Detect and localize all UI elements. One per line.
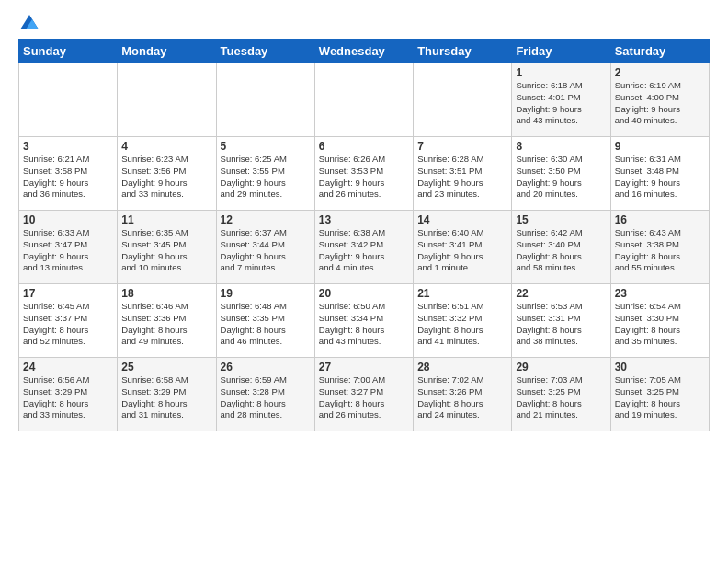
- day-number: 4: [121, 140, 211, 153]
- day-info: Sunrise: 6:42 AM Sunset: 3:40 PM Dayligh…: [516, 227, 606, 274]
- day-number: 22: [516, 287, 606, 300]
- weekday-wednesday: Wednesday: [314, 40, 413, 63]
- day-number: 30: [615, 361, 705, 373]
- calendar-cell: 17Sunrise: 6:45 AM Sunset: 3:37 PM Dayli…: [19, 284, 118, 358]
- day-info: Sunrise: 6:25 AM Sunset: 3:55 PM Dayligh…: [221, 154, 311, 201]
- calendar-cell: 7Sunrise: 6:28 AM Sunset: 3:51 PM Daylig…: [414, 137, 512, 211]
- calendar-cell: 11Sunrise: 6:35 AM Sunset: 3:45 PM Dayli…: [118, 211, 216, 284]
- calendar-cell: 9Sunrise: 6:31 AM Sunset: 3:48 PM Daylig…: [610, 137, 709, 211]
- weekday-friday: Friday: [512, 40, 610, 63]
- day-info: Sunrise: 7:03 AM Sunset: 3:25 PM Dayligh…: [516, 374, 606, 421]
- weekday-thursday: Thursday: [414, 40, 512, 63]
- calendar-cell: 20Sunrise: 6:50 AM Sunset: 3:34 PM Dayli…: [314, 284, 413, 358]
- day-number: 5: [221, 140, 311, 153]
- calendar-cell: 3Sunrise: 6:21 AM Sunset: 3:58 PM Daylig…: [19, 137, 118, 211]
- day-info: Sunrise: 6:21 AM Sunset: 3:58 PM Dayligh…: [23, 154, 113, 201]
- calendar-cell: 1Sunrise: 6:18 AM Sunset: 4:01 PM Daylig…: [512, 63, 610, 137]
- day-info: Sunrise: 6:53 AM Sunset: 3:31 PM Dayligh…: [516, 301, 606, 348]
- day-number: 19: [221, 287, 311, 300]
- weekday-tuesday: Tuesday: [216, 40, 314, 63]
- day-number: 10: [23, 213, 113, 226]
- weekday-header-row: SundayMondayTuesdayWednesdayThursdayFrid…: [19, 40, 710, 63]
- day-info: Sunrise: 6:43 AM Sunset: 3:38 PM Dayligh…: [615, 227, 705, 274]
- day-number: 6: [319, 140, 409, 153]
- day-number: 11: [121, 213, 211, 226]
- calendar-cell: 27Sunrise: 7:00 AM Sunset: 3:27 PM Dayli…: [314, 358, 413, 431]
- day-number: 25: [121, 361, 211, 373]
- day-number: 23: [615, 287, 705, 300]
- day-number: 8: [516, 140, 606, 153]
- calendar-cell: 22Sunrise: 6:53 AM Sunset: 3:31 PM Dayli…: [512, 284, 610, 358]
- weekday-sunday: Sunday: [19, 40, 118, 63]
- day-info: Sunrise: 6:58 AM Sunset: 3:29 PM Dayligh…: [121, 374, 211, 421]
- calendar-cell: 24Sunrise: 6:56 AM Sunset: 3:29 PM Dayli…: [19, 358, 118, 431]
- day-info: Sunrise: 6:46 AM Sunset: 3:36 PM Dayligh…: [121, 301, 211, 348]
- day-info: Sunrise: 6:31 AM Sunset: 3:48 PM Dayligh…: [615, 154, 705, 201]
- day-info: Sunrise: 6:50 AM Sunset: 3:34 PM Dayligh…: [319, 301, 409, 348]
- day-number: 2: [615, 66, 705, 79]
- calendar-cell: [118, 63, 216, 137]
- page: SundayMondayTuesdayWednesdayThursdayFrid…: [0, 0, 728, 563]
- day-info: Sunrise: 6:59 AM Sunset: 3:28 PM Dayligh…: [221, 374, 311, 421]
- day-info: Sunrise: 6:48 AM Sunset: 3:35 PM Dayligh…: [221, 301, 311, 348]
- day-info: Sunrise: 7:02 AM Sunset: 3:26 PM Dayligh…: [417, 374, 507, 421]
- weekday-monday: Monday: [118, 40, 216, 63]
- calendar-cell: 18Sunrise: 6:46 AM Sunset: 3:36 PM Dayli…: [118, 284, 216, 358]
- calendar-cell: 30Sunrise: 7:05 AM Sunset: 3:25 PM Dayli…: [610, 358, 709, 431]
- day-number: 9: [615, 140, 705, 153]
- day-info: Sunrise: 6:51 AM Sunset: 3:32 PM Dayligh…: [417, 301, 507, 348]
- day-number: 27: [319, 361, 409, 373]
- calendar-cell: 28Sunrise: 7:02 AM Sunset: 3:26 PM Dayli…: [414, 358, 512, 431]
- day-number: 26: [221, 361, 311, 373]
- day-number: 7: [417, 140, 507, 153]
- day-number: 1: [516, 66, 606, 79]
- calendar-cell: 15Sunrise: 6:42 AM Sunset: 3:40 PM Dayli…: [512, 211, 610, 284]
- calendar-cell: 8Sunrise: 6:30 AM Sunset: 3:50 PM Daylig…: [512, 137, 610, 211]
- week-row-2: 10Sunrise: 6:33 AM Sunset: 3:47 PM Dayli…: [19, 211, 710, 284]
- day-number: 24: [23, 361, 113, 373]
- day-info: Sunrise: 6:35 AM Sunset: 3:45 PM Dayligh…: [121, 227, 211, 274]
- calendar-cell: 29Sunrise: 7:03 AM Sunset: 3:25 PM Dayli…: [512, 358, 610, 431]
- day-info: Sunrise: 7:05 AM Sunset: 3:25 PM Dayligh…: [615, 374, 705, 421]
- calendar-cell: 5Sunrise: 6:25 AM Sunset: 3:55 PM Daylig…: [216, 137, 314, 211]
- day-info: Sunrise: 6:40 AM Sunset: 3:41 PM Dayligh…: [417, 227, 507, 274]
- day-number: 15: [516, 213, 606, 226]
- day-info: Sunrise: 6:18 AM Sunset: 4:01 PM Dayligh…: [516, 80, 606, 127]
- calendar-cell: 14Sunrise: 6:40 AM Sunset: 3:41 PM Dayli…: [414, 211, 512, 284]
- day-number: 28: [417, 361, 507, 373]
- calendar-cell: 12Sunrise: 6:37 AM Sunset: 3:44 PM Dayli…: [216, 211, 314, 284]
- day-info: Sunrise: 6:19 AM Sunset: 4:00 PM Dayligh…: [615, 80, 705, 127]
- day-info: Sunrise: 6:26 AM Sunset: 3:53 PM Dayligh…: [319, 154, 409, 201]
- day-number: 16: [615, 213, 705, 226]
- calendar-cell: 13Sunrise: 6:38 AM Sunset: 3:42 PM Dayli…: [314, 211, 413, 284]
- day-number: 21: [417, 287, 507, 300]
- calendar-cell: [216, 63, 314, 137]
- day-number: 14: [417, 213, 507, 226]
- day-info: Sunrise: 6:33 AM Sunset: 3:47 PM Dayligh…: [23, 227, 113, 274]
- calendar-cell: 23Sunrise: 6:54 AM Sunset: 3:30 PM Dayli…: [610, 284, 709, 358]
- calendar-cell: 16Sunrise: 6:43 AM Sunset: 3:38 PM Dayli…: [610, 211, 709, 284]
- calendar-cell: 6Sunrise: 6:26 AM Sunset: 3:53 PM Daylig…: [314, 137, 413, 211]
- day-number: 17: [23, 287, 113, 300]
- logo-text: [18, 15, 39, 29]
- day-number: 29: [516, 361, 606, 373]
- day-info: Sunrise: 6:38 AM Sunset: 3:42 PM Dayligh…: [319, 227, 409, 274]
- calendar-cell: [414, 63, 512, 137]
- calendar-cell: 26Sunrise: 6:59 AM Sunset: 3:28 PM Dayli…: [216, 358, 314, 431]
- calendar-cell: [314, 63, 413, 137]
- header: [18, 15, 710, 29]
- day-info: Sunrise: 6:56 AM Sunset: 3:29 PM Dayligh…: [23, 374, 113, 421]
- calendar-cell: 2Sunrise: 6:19 AM Sunset: 4:00 PM Daylig…: [610, 63, 709, 137]
- calendar-cell: 4Sunrise: 6:23 AM Sunset: 3:56 PM Daylig…: [118, 137, 216, 211]
- day-number: 3: [23, 140, 113, 153]
- logo-icon: [20, 15, 39, 29]
- day-number: 13: [319, 213, 409, 226]
- calendar-cell: 10Sunrise: 6:33 AM Sunset: 3:47 PM Dayli…: [19, 211, 118, 284]
- calendar-cell: [19, 63, 118, 137]
- day-info: Sunrise: 6:23 AM Sunset: 3:56 PM Dayligh…: [121, 154, 211, 201]
- day-info: Sunrise: 6:54 AM Sunset: 3:30 PM Dayligh…: [615, 301, 705, 348]
- day-info: Sunrise: 6:45 AM Sunset: 3:37 PM Dayligh…: [23, 301, 113, 348]
- logo: [18, 15, 39, 29]
- week-row-0: 1Sunrise: 6:18 AM Sunset: 4:01 PM Daylig…: [19, 63, 710, 137]
- week-row-3: 17Sunrise: 6:45 AM Sunset: 3:37 PM Dayli…: [19, 284, 710, 358]
